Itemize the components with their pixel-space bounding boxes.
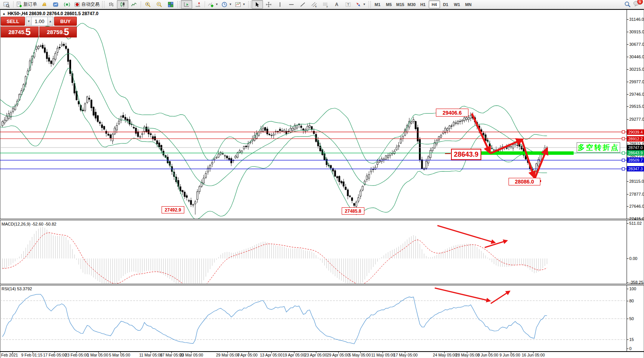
toolbar-drag-handle[interactable] bbox=[102, 1, 104, 8]
timeframe-w1[interactable]: W1 bbox=[451, 0, 463, 8]
text-label-tool-button[interactable]: T bbox=[342, 0, 354, 9]
new-order-button[interactable]: 新订单 bbox=[15, 0, 39, 9]
signals-button[interactable] bbox=[61, 0, 73, 9]
candlestick-chart-type-button[interactable] bbox=[117, 0, 128, 9]
chevron-down-icon: ▼ bbox=[243, 3, 246, 6]
rsi-tick-mark bbox=[627, 301, 628, 301]
price-tick-label: 27646.0 bbox=[629, 204, 644, 209]
chart-title: HK50-,H4 28639.0 28764.0 28601.5 28747.0 bbox=[8, 11, 98, 16]
zoom-out-icon bbox=[156, 2, 162, 8]
toolbar-separator bbox=[205, 1, 205, 8]
time-axis-tick bbox=[120, 352, 121, 353]
toolbar-drag-handle[interactable] bbox=[177, 1, 180, 8]
new-order-icon bbox=[16, 2, 22, 8]
terminal-icon bbox=[53, 2, 59, 8]
time-axis-tick bbox=[54, 352, 55, 353]
volume-increase-button[interactable]: ▲ bbox=[47, 17, 53, 25]
line-chart-icon bbox=[131, 2, 137, 8]
price-tick-mark bbox=[627, 181, 628, 182]
auto-scroll-button[interactable] bbox=[181, 0, 192, 9]
time-axis-label: 24 May 05:00 bbox=[433, 353, 457, 357]
cursor-icon bbox=[254, 2, 260, 8]
price-badge-28347.3: 28347.3 bbox=[627, 166, 644, 171]
time-axis-tick bbox=[489, 352, 489, 353]
cursor-tool-button[interactable] bbox=[252, 0, 263, 9]
time-axis-label: 5 May 05:00 bbox=[349, 353, 371, 357]
vertical-line-tool-button[interactable] bbox=[274, 0, 286, 9]
price-tick-mark bbox=[627, 94, 628, 95]
fibonacci-tool-button[interactable]: F bbox=[320, 0, 331, 9]
line-chart-type-button[interactable] bbox=[128, 0, 140, 9]
toolbar-drag-handle[interactable] bbox=[248, 1, 250, 8]
bar-chart-icon bbox=[108, 2, 114, 8]
timeframe-d1[interactable]: D1 bbox=[440, 0, 451, 8]
clock-icon bbox=[221, 2, 227, 8]
sell-button[interactable]: SELL bbox=[1, 17, 25, 26]
rsi-tick-label: 100 bbox=[629, 286, 636, 291]
price-tick-mark bbox=[627, 32, 628, 32]
pane-separator-macd[interactable] bbox=[0, 219, 644, 220]
arrows-tool-button[interactable]: ▼ bbox=[354, 0, 367, 9]
timeframe-m15[interactable]: M15 bbox=[395, 0, 406, 8]
buy-price-display[interactable]: 28759.5 bbox=[39, 26, 77, 37]
timeframe-m1[interactable]: M1 bbox=[372, 0, 383, 8]
toolbar-drag-handle[interactable] bbox=[369, 1, 371, 8]
horizontal-line-tool-button[interactable] bbox=[286, 0, 297, 9]
buy-price-frac: 5 bbox=[64, 27, 69, 37]
price-tick-label: 30915.0 bbox=[629, 30, 644, 34]
trendline-tool-button[interactable] bbox=[297, 0, 308, 9]
macd-tick-mark bbox=[627, 223, 628, 224]
time-axis-tick bbox=[12, 352, 13, 353]
macd-tick-mark bbox=[627, 282, 628, 283]
indicators-button[interactable]: ▼ bbox=[206, 0, 220, 9]
timeframe-m30[interactable]: M30 bbox=[406, 0, 417, 8]
price-tick-mark bbox=[627, 19, 628, 20]
time-axis-tick bbox=[338, 352, 339, 353]
gold-icon bbox=[41, 2, 47, 8]
sell-price-display[interactable]: 28745.5 bbox=[1, 26, 39, 37]
vertical-line-icon bbox=[277, 2, 283, 8]
crosshair-icon bbox=[266, 2, 272, 8]
tile-windows-icon bbox=[168, 2, 174, 8]
auto-trading-button[interactable]: 自动交易 bbox=[73, 0, 101, 9]
timeframe-mn[interactable]: MN bbox=[463, 0, 474, 8]
sell-price-frac: 5 bbox=[25, 27, 31, 37]
market-watch-button[interactable] bbox=[1, 0, 12, 9]
one-click-trading-panel: SELL ▼ 1.00 ▲ BUY 28745.5 28759.5 bbox=[1, 17, 77, 37]
chart-shift-button[interactable] bbox=[192, 0, 204, 9]
volume-input[interactable]: 1.00 bbox=[32, 17, 47, 25]
tile-windows-button[interactable] bbox=[165, 0, 176, 9]
timeframe-bar: M1M5M15M30H1H4D1W1MN bbox=[372, 0, 474, 8]
timeframe-h4[interactable]: H4 bbox=[429, 0, 440, 8]
buy-button[interactable]: BUY bbox=[54, 17, 77, 26]
pane-separator-rsi[interactable] bbox=[0, 284, 644, 285]
global-variables-button[interactable] bbox=[50, 0, 61, 9]
timeframe-m5[interactable]: M5 bbox=[383, 0, 395, 8]
rsi-tick-label: 0 bbox=[629, 346, 632, 351]
toolbar: 新订单 自动交易 bbox=[0, 0, 644, 9]
collapse-trade-panel-icon[interactable]: ▲ bbox=[2, 12, 6, 16]
zoom-in-button[interactable] bbox=[142, 0, 154, 9]
price-tick-label: 29515.0 bbox=[629, 104, 644, 109]
notifications-button[interactable]: 1 bbox=[633, 0, 640, 8]
bar-chart-type-button[interactable] bbox=[106, 0, 117, 9]
price-badge-28509.7: 28509.7 bbox=[627, 157, 644, 163]
periods-button[interactable]: ▼ bbox=[220, 0, 233, 9]
svg-text:E: E bbox=[315, 5, 317, 8]
equidistant-channel-tool-button[interactable]: E bbox=[308, 0, 320, 9]
templates-button[interactable]: ▼ bbox=[233, 0, 247, 9]
history-center-button[interactable] bbox=[39, 0, 50, 9]
price-badge-28643.9: 28643.9 bbox=[627, 150, 644, 156]
mt4-application: 新订单 自动交易 bbox=[0, 0, 644, 358]
macd-label: MACD(12,26,9) -52.60 -50.82 bbox=[2, 222, 56, 226]
crosshair-tool-button[interactable] bbox=[263, 0, 274, 9]
timeframe-h1[interactable]: H1 bbox=[417, 0, 429, 8]
zoom-out-button[interactable] bbox=[154, 0, 165, 9]
volume-decrease-button[interactable]: ▼ bbox=[26, 17, 32, 25]
new-order-label: 新订单 bbox=[23, 1, 37, 8]
price-tick-label: 29277.0 bbox=[629, 117, 644, 121]
search-icon[interactable] bbox=[624, 1, 631, 8]
text-tool-button[interactable]: A bbox=[331, 0, 342, 9]
time-axis-tick bbox=[249, 352, 249, 353]
macd-tick-label: -358.25 bbox=[629, 280, 643, 285]
